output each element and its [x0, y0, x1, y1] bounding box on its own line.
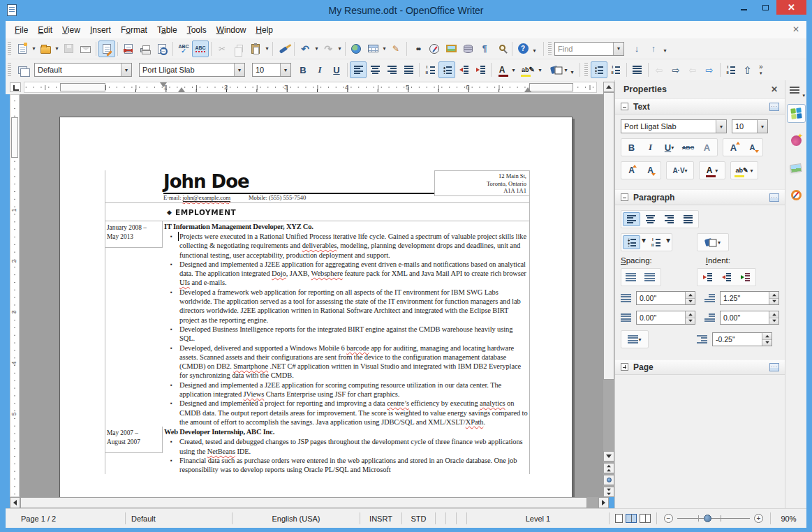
status-blank-cell[interactable]: [436, 512, 446, 524]
paragraph-style-select[interactable]: Default: [34, 63, 132, 77]
increase-spacing-button[interactable]: [623, 270, 640, 284]
first-line-indent-marker[interactable]: [160, 82, 167, 87]
increase-indent-button[interactable]: [472, 61, 489, 78]
below-paragraph-spacing-field[interactable]: 0.00": [636, 311, 695, 325]
toolbar-grip[interactable]: [8, 63, 11, 77]
tab-styles[interactable]: [787, 131, 806, 150]
status-zoom-percent[interactable]: 90%: [770, 512, 806, 524]
styles-button[interactable]: [14, 61, 31, 78]
align-center-button[interactable]: [642, 212, 659, 226]
formatting-overflow[interactable]: [569, 64, 575, 80]
resume-name[interactable]: John Doe: [163, 172, 435, 194]
book-view-icon[interactable]: [640, 514, 651, 523]
resume-address[interactable]: 12 Main St,Toronto, OntarioA1A 1A1: [434, 170, 529, 196]
close-button[interactable]: ✕: [776, 0, 806, 15]
menu-item[interactable]: Window: [212, 22, 251, 38]
font-name-select[interactable]: Port Lligat Slab: [139, 63, 245, 77]
grow-font-button[interactable]: A: [725, 140, 742, 154]
find-previous-button[interactable]: ↑: [645, 40, 662, 57]
right-margin-box[interactable]: [529, 83, 573, 91]
demote-subpoints-button[interactable]: ⇨: [701, 61, 718, 78]
expand-icon[interactable]: [621, 363, 628, 371]
menu-item[interactable]: View: [57, 22, 85, 38]
job-bullet[interactable]: Projects were executed in a Rational Uni…: [179, 232, 529, 260]
background-color-dropdown[interactable]: [563, 61, 569, 78]
copy-button[interactable]: [230, 40, 247, 57]
employment-heading[interactable]: ◆ EMPLOYMENT: [105, 203, 529, 221]
job-bullet[interactable]: Designed and implemented a project for r…: [179, 399, 529, 427]
save-button[interactable]: [60, 40, 77, 57]
find-toolbar-overflow[interactable]: [662, 42, 668, 59]
open-dropdown[interactable]: [54, 40, 60, 57]
underline-button[interactable]: U▾: [660, 140, 678, 154]
character-spacing-button[interactable]: A·V▾: [668, 163, 692, 177]
job-dates-cell[interactable]: January 2008 –May 2013: [105, 221, 163, 248]
print-button[interactable]: [137, 40, 154, 57]
underline-button[interactable]: U: [328, 61, 345, 78]
resume-contact-line[interactable]: E-mail:john@example.comMobile: (555) 555…: [163, 194, 306, 201]
decrease-indent-button[interactable]: [455, 61, 472, 78]
new-dropdown[interactable]: [31, 40, 37, 57]
sidebar-menu-icon[interactable]: [790, 86, 802, 96]
background-color-button[interactable]: [546, 61, 563, 78]
bold-button[interactable]: B: [623, 140, 640, 154]
after-text-indent-field[interactable]: 0.00": [720, 311, 779, 325]
sidebar-font-size-select[interactable]: 10: [732, 119, 768, 133]
table-dropdown[interactable]: [381, 40, 387, 57]
bullets-dropdown[interactable]: ▾: [642, 235, 646, 249]
multi-page-view-icon[interactable]: [626, 514, 637, 523]
font-size-select[interactable]: 10: [252, 63, 291, 77]
paste-button[interactable]: [247, 40, 264, 57]
paragraph-section-header[interactable]: Paragraph: [615, 189, 785, 205]
insert-unnumbered-button[interactable]: [723, 61, 739, 78]
before-text-indent-field[interactable]: 1.25": [720, 291, 779, 305]
draw-functions-button[interactable]: ✎: [387, 40, 404, 57]
bullets-onoff-button[interactable]: [591, 61, 607, 78]
vertical-ruler[interactable]: 12345: [10, 94, 20, 497]
promote-button[interactable]: ⇦: [651, 61, 667, 78]
promote-subpoints-button[interactable]: ⇦: [684, 61, 701, 78]
bullets-button[interactable]: [438, 61, 455, 78]
zoom-button[interactable]: [493, 40, 510, 57]
numbering-onoff-button[interactable]: [607, 61, 624, 78]
open-button[interactable]: [37, 40, 54, 57]
menu-item[interactable]: Insert: [85, 22, 116, 38]
page-preview-button[interactable]: [154, 40, 170, 57]
format-paintbrush-button[interactable]: [275, 40, 292, 57]
zoom-slider[interactable]: [677, 514, 750, 523]
horizontal-ruler[interactable]: 123456: [24, 82, 597, 93]
left-margin-box[interactable]: [60, 83, 105, 91]
paste-dropdown[interactable]: [264, 40, 270, 57]
toolbar-grip[interactable]: [8, 42, 11, 56]
collapse-icon[interactable]: [621, 103, 628, 110]
sidebar-close-icon[interactable]: ✕: [771, 84, 778, 94]
collapse-icon[interactable]: [621, 193, 628, 201]
table-button[interactable]: [364, 40, 381, 57]
font-color-dropdown[interactable]: [510, 61, 517, 78]
horizontal-scrollbar[interactable]: [10, 497, 609, 508]
navigator-button[interactable]: [426, 40, 443, 57]
scroll-up-button[interactable]: [603, 82, 614, 92]
undo-dropdown[interactable]: [313, 40, 320, 57]
job-bullet[interactable]: Designed and implemented a J2EE applicat…: [179, 260, 529, 288]
job-bullet[interactable]: Developed a framework web application fo…: [179, 288, 529, 325]
highlighting-dropdown[interactable]: [537, 61, 543, 78]
menu-item[interactable]: Edit: [33, 22, 57, 38]
highlighting-button[interactable]: ab✎▾: [732, 163, 756, 177]
right-indent-marker[interactable]: [524, 87, 531, 92]
line-spacing-button[interactable]: ▾: [623, 332, 647, 346]
left-indent-marker[interactable]: [178, 87, 185, 92]
title-bar[interactable]: My Resume.odt - OpenOffice Writer ✕: [0, 0, 812, 21]
job-dates-cell[interactable]: May 2007 –August 2007: [105, 427, 163, 453]
align-right-button[interactable]: [383, 61, 400, 78]
export-pdf-button[interactable]: [120, 40, 137, 57]
job-bullet[interactable]: Developed, delivered and supported a Win…: [179, 343, 529, 380]
document-canvas[interactable]: John Doe 12 Main St,Toronto, OntarioA1A …: [20, 94, 603, 497]
find-dropdown[interactable]: [613, 43, 623, 55]
highlighting-button[interactable]: ab✎: [519, 61, 537, 78]
zoom-out-button[interactable]: −: [664, 514, 673, 523]
move-up-button[interactable]: ⇧: [739, 61, 756, 78]
font-color-button[interactable]: A: [494, 61, 510, 78]
find-replace-button[interactable]: ●●: [409, 40, 426, 57]
tab-type-selector[interactable]: [10, 82, 21, 92]
